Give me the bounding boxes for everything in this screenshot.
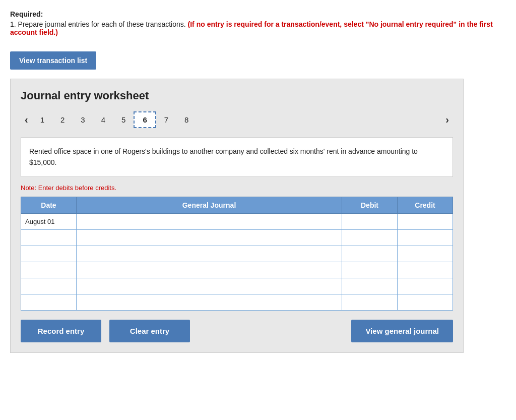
debit-input-6[interactable] — [342, 294, 397, 310]
worksheet-title: Journal entry worksheet — [21, 89, 453, 102]
view-transaction-button[interactable]: View transaction list — [10, 51, 96, 70]
required-title: Required: — [10, 10, 506, 18]
debit-input-3[interactable] — [342, 246, 397, 262]
description-text: Rented office space in one of Rogers's b… — [29, 147, 418, 166]
tab-8[interactable]: 8 — [176, 112, 197, 127]
tab-5[interactable]: 5 — [113, 112, 134, 127]
tab-2[interactable]: 2 — [52, 112, 73, 127]
journal-input-4[interactable] — [77, 262, 342, 278]
prev-arrow[interactable]: ‹ — [21, 112, 32, 128]
worksheet-container: Journal entry worksheet ‹ 1 2 3 4 5 6 7 … — [10, 79, 464, 353]
journal-cell-4[interactable] — [77, 262, 342, 278]
credit-cell-3[interactable] — [398, 246, 453, 262]
date-cell-3 — [21, 246, 77, 262]
credit-input-4[interactable] — [398, 262, 453, 278]
date-cell-6 — [21, 294, 77, 310]
table-row — [21, 246, 453, 262]
debit-cell-3[interactable] — [342, 246, 398, 262]
table-row — [21, 262, 453, 278]
credit-input-1[interactable] — [398, 214, 453, 229]
debit-cell-5[interactable] — [342, 278, 398, 294]
debit-cell-6[interactable] — [342, 294, 398, 310]
journal-cell-3[interactable] — [77, 246, 342, 262]
record-entry-button[interactable]: Record entry — [21, 320, 101, 342]
debit-cell-4[interactable] — [342, 262, 398, 278]
date-cell-2 — [21, 229, 77, 246]
next-arrow[interactable]: › — [441, 112, 453, 128]
tab-4[interactable]: 4 — [93, 112, 113, 127]
journal-input-2[interactable] — [77, 230, 342, 246]
journal-header: General Journal — [77, 197, 342, 213]
journal-cell-2[interactable] — [77, 229, 342, 246]
debit-cell-2[interactable] — [342, 229, 398, 246]
credit-input-5[interactable] — [398, 278, 453, 294]
credit-cell-6[interactable] — [398, 294, 453, 310]
journal-table: Date General Journal Debit Credit August… — [21, 197, 453, 311]
journal-cell-5[interactable] — [77, 278, 342, 294]
transaction-description: Rented office space in one of Rogers's b… — [21, 137, 453, 177]
journal-input-3[interactable] — [77, 246, 342, 262]
date-cell-1: August 01 — [21, 213, 77, 229]
date-header: Date — [21, 197, 77, 213]
table-row — [21, 229, 453, 246]
required-section: Required: 1. Prepare journal entries for… — [10, 10, 506, 36]
credit-cell-5[interactable] — [398, 278, 453, 294]
journal-cell-1[interactable] — [77, 213, 342, 229]
view-general-journal-button[interactable]: View general journal — [351, 320, 453, 342]
table-row: August 01 — [21, 213, 453, 229]
instruction-plain: 1. Prepare journal entries for each of t… — [10, 20, 188, 28]
tab-navigation: ‹ 1 2 3 4 5 6 7 8 › — [21, 111, 453, 128]
tab-3[interactable]: 3 — [73, 112, 93, 127]
credit-cell-4[interactable] — [398, 262, 453, 278]
tab-6[interactable]: 6 — [134, 111, 156, 128]
journal-input-6[interactable] — [77, 294, 342, 310]
credit-input-2[interactable] — [398, 230, 453, 246]
debit-input-4[interactable] — [342, 262, 397, 278]
journal-input-1[interactable] — [77, 214, 342, 229]
tab-1[interactable]: 1 — [32, 112, 52, 127]
debit-input-1[interactable] — [342, 214, 397, 229]
credit-header: Credit — [398, 197, 453, 213]
debit-header: Debit — [342, 197, 398, 213]
credit-input-3[interactable] — [398, 246, 453, 262]
credit-cell-2[interactable] — [398, 229, 453, 246]
debit-input-2[interactable] — [342, 230, 397, 246]
note-text: Note: Enter debits before credits. — [21, 184, 453, 192]
debit-cell-1[interactable] — [342, 213, 398, 229]
table-row — [21, 294, 453, 310]
credit-cell-1[interactable] — [398, 213, 453, 229]
clear-entry-button[interactable]: Clear entry — [109, 320, 190, 342]
date-cell-5 — [21, 278, 77, 294]
journal-input-5[interactable] — [77, 278, 342, 294]
tab-7[interactable]: 7 — [156, 112, 176, 127]
required-instruction: 1. Prepare journal entries for each of t… — [10, 20, 506, 36]
debit-input-5[interactable] — [342, 278, 397, 294]
journal-cell-6[interactable] — [77, 294, 342, 310]
button-row: Record entry Clear entry View general jo… — [21, 320, 453, 342]
table-row — [21, 278, 453, 294]
credit-input-6[interactable] — [398, 294, 453, 310]
date-cell-4 — [21, 262, 77, 278]
